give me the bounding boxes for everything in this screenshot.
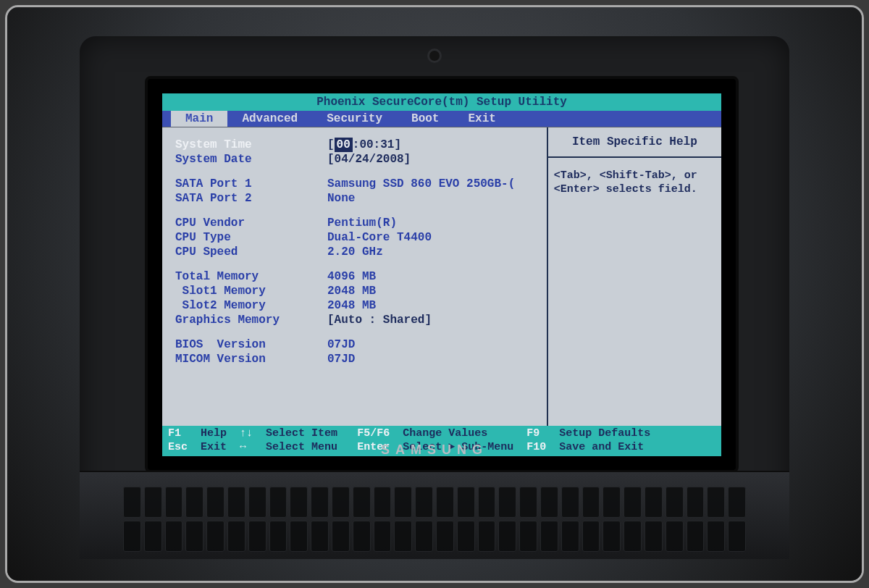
label: MICOM Version <box>175 352 327 366</box>
bios-menu: Main Advanced Security Boot Exit <box>162 111 721 127</box>
value: Pentium(R) <box>327 216 397 230</box>
label: SATA Port 2 <box>175 191 327 206</box>
hint-select-menu: Select Menu <box>266 441 337 453</box>
help-body: <Tab>, <Shift-Tab>, or <Enter> selects f… <box>548 158 721 209</box>
value: 2048 MB <box>327 298 376 313</box>
label: Graphics Memory <box>175 313 327 327</box>
field-micom-version: MICOM Version 07JD <box>175 352 540 366</box>
value: 2.20 GHz <box>327 245 383 259</box>
label: BIOS Version <box>175 337 327 352</box>
label: SATA Port 1 <box>175 177 327 191</box>
value: 07JD <box>327 352 355 366</box>
key-f10: F10 <box>526 441 546 453</box>
value: 4096 MB <box>327 269 376 284</box>
field-cpu-speed: CPU Speed 2.20 GHz <box>175 245 540 259</box>
label: Slot2 Memory <box>175 298 327 313</box>
key-esc: Esc <box>168 441 188 453</box>
bios-title: Phoenix SecureCore(tm) Setup Utility <box>162 93 721 111</box>
label: Total Memory <box>175 269 327 284</box>
system-time-hours[interactable]: 00 <box>335 138 353 152</box>
tab-exit[interactable]: Exit <box>453 111 510 127</box>
screen-bezel: Phoenix SecureCore(tm) Setup Utility Mai… <box>145 76 739 473</box>
label: CPU Vendor <box>175 216 327 230</box>
field-bios-version: BIOS Version 07JD <box>175 337 540 352</box>
main-panel: System Time [00:00:31] System Date [04/2… <box>162 127 547 426</box>
field-total-memory: Total Memory 4096 MB <box>175 269 540 284</box>
photo-frame: Phoenix SecureCore(tm) Setup Utility Mai… <box>5 5 864 583</box>
bios-screen: Phoenix SecureCore(tm) Setup Utility Mai… <box>162 93 721 455</box>
label: System Time <box>175 138 327 152</box>
value: 07JD <box>327 337 355 352</box>
field-system-date[interactable]: System Date [04/24/2008] <box>175 152 540 167</box>
keyboard-keys <box>123 487 746 552</box>
hint-change-values: Change Values <box>403 427 487 440</box>
webcam-icon <box>429 51 440 61</box>
field-sata2: SATA Port 2 None <box>175 191 540 206</box>
field-cpu-type: CPU Type Dual-Core T4400 <box>175 230 540 245</box>
tab-security[interactable]: Security <box>312 111 397 127</box>
label: CPU Type <box>175 230 327 245</box>
field-graphics-memory[interactable]: Graphics Memory [Auto : Shared] <box>175 313 540 327</box>
label: Slot1 Memory <box>175 284 327 298</box>
keyboard-deck <box>80 471 789 559</box>
hint-setup-defaults: Setup Defaults <box>559 427 650 440</box>
value: 2048 MB <box>327 284 376 298</box>
value: None <box>327 191 355 206</box>
value: Dual-Core T4400 <box>327 230 432 245</box>
key-f1: F1 <box>168 427 181 440</box>
field-system-time[interactable]: System Time [00:00:31] <box>175 138 540 152</box>
hint-select-item: Select Item <box>266 427 337 440</box>
hint-save-exit: Save and Exit <box>559 441 644 453</box>
key-leftright: ↔ <box>240 441 246 453</box>
key-f9: F9 <box>526 427 540 440</box>
field-cpu-vendor: CPU Vendor Pentium(R) <box>175 216 540 230</box>
help-title: Item Specific Help <box>548 127 721 158</box>
system-time-rest: :00:31] <box>353 138 401 152</box>
value: Samsung SSD 860 EVO 250GB-( <box>327 177 515 191</box>
field-sata1: SATA Port 1 Samsung SSD 860 EVO 250GB-( <box>175 177 540 191</box>
label: System Date <box>175 152 327 167</box>
tab-main[interactable]: Main <box>171 111 227 127</box>
hint-exit: Exit <box>201 441 227 453</box>
hint-help: Help <box>201 427 227 440</box>
tab-advanced[interactable]: Advanced <box>227 111 312 127</box>
bios-content: System Time [00:00:31] System Date [04/2… <box>162 127 721 426</box>
field-slot1-memory: Slot1 Memory 2048 MB <box>175 284 540 298</box>
help-panel: Item Specific Help <Tab>, <Shift-Tab>, o… <box>547 127 721 426</box>
label: CPU Speed <box>175 245 327 259</box>
tab-boot[interactable]: Boot <box>397 111 453 127</box>
laptop-brand: SAMSUNG <box>381 442 488 458</box>
bracket: [ <box>327 138 335 152</box>
key-updown: ↑↓ <box>240 427 253 440</box>
key-f5f6: F5/F6 <box>357 427 390 440</box>
value: [Auto : Shared] <box>327 313 432 327</box>
field-slot2-memory: Slot2 Memory 2048 MB <box>175 298 540 313</box>
laptop-body: Phoenix SecureCore(tm) Setup Utility Mai… <box>80 36 789 559</box>
value: [04/24/2008] <box>327 152 411 167</box>
